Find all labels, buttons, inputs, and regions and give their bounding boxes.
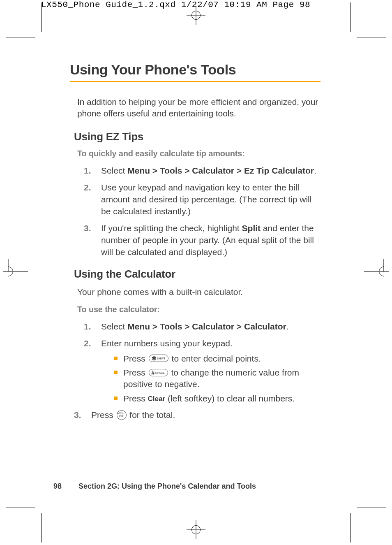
prepress-slug: LX550_Phone Guide_1.2.qxd 1/22/07 10:19 … bbox=[41, 0, 310, 9]
registration-mark-left bbox=[3, 259, 28, 284]
page-footer: 98 Section 2G: Using the Phone's Calenda… bbox=[53, 482, 256, 491]
step-number: 3. bbox=[74, 409, 81, 421]
step-item: 3. If you're splitting the check, highli… bbox=[84, 223, 321, 258]
heading-eztips: Using EZ Tips bbox=[74, 130, 321, 143]
step-number: 3. bbox=[84, 223, 91, 234]
menu-ok-key-icon: MENUOK bbox=[117, 410, 127, 420]
step-number: 2. bbox=[84, 182, 91, 194]
pound-key-icon: #SPACE bbox=[149, 369, 168, 376]
sub-bullets: Press ✱SHIFT to enter decimal points. Pr… bbox=[114, 353, 321, 404]
page-number: 98 bbox=[53, 482, 62, 490]
lead-calc: To use the calculator: bbox=[77, 305, 321, 314]
step-item: 1. Select Menu > Tools > Calculator > Ez… bbox=[84, 165, 321, 177]
step-item: 1. Select Menu > Tools > Calculator > Ca… bbox=[84, 321, 321, 333]
star-key-icon: ✱SHIFT bbox=[149, 355, 168, 362]
steps-eztips: 1. Select Menu > Tools > Calculator > Ez… bbox=[84, 165, 321, 258]
registration-mark-bottom bbox=[187, 520, 205, 539]
step-number: 1. bbox=[84, 165, 91, 177]
heading-calculator: Using the Calculator bbox=[74, 268, 321, 281]
section-label: Section 2G: Using the Phone's Calendar a… bbox=[78, 482, 256, 490]
registration-mark-right bbox=[364, 259, 389, 284]
bullet-item: Press ✱SHIFT to enter decimal points. bbox=[114, 353, 321, 364]
step-number: 2. bbox=[84, 338, 91, 350]
bullet-item: Press #SPACE to change the numeric value… bbox=[114, 367, 321, 390]
steps-calc: 1. Select Menu > Tools > Calculator > Ca… bbox=[84, 321, 321, 421]
step-item: 2. Use your keypad and navigation key to… bbox=[84, 182, 321, 218]
bullet-item: Press Clear (left softkey) to clear all … bbox=[114, 393, 321, 404]
page-content: Using Your Phone's Tools In addition to … bbox=[70, 62, 321, 431]
step-number: 1. bbox=[84, 321, 91, 333]
intro-paragraph: In addition to helping your be more effi… bbox=[77, 96, 321, 120]
step-item: 2. Enter numbers using your keypad. Pres… bbox=[84, 338, 321, 404]
lead-eztips: To quickly and easily calculate tip amou… bbox=[77, 149, 321, 158]
step-item: 3. Press MENUOK for the total. bbox=[74, 409, 321, 421]
page-title: Using Your Phone's Tools bbox=[70, 62, 321, 82]
calc-intro: Your phone comes with a built-in calcula… bbox=[77, 286, 321, 298]
